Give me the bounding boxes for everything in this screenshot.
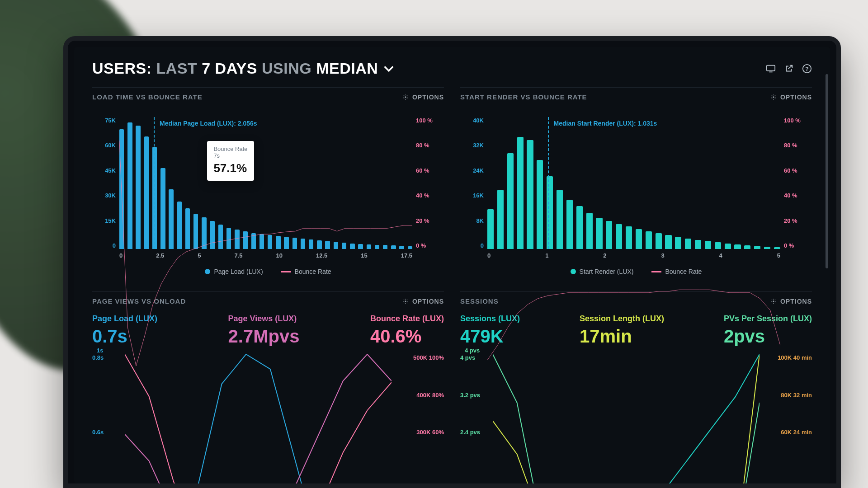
legend-bars[interactable]: Page Load (LUX): [205, 268, 263, 275]
x-tick: 0: [487, 252, 491, 259]
title-using: USING: [262, 60, 311, 77]
y-left-tick: 30K: [92, 192, 116, 199]
y-left-tick: 40K: [460, 117, 484, 124]
panel-load-bounce: LOAD TIME VS BOUNCE RATE OPTIONS 015K30K…: [92, 87, 444, 275]
median-label: Median Start Render (LUX): 1.031s: [554, 120, 657, 127]
svg-point-5: [773, 96, 774, 98]
chart-sessions: 2.4 pvs3.2 pvs4 pvs4 pvs100K 40 min80K 3…: [460, 354, 812, 436]
title-range-lead: LAST: [156, 60, 197, 77]
y-left-tick: 0: [92, 242, 116, 249]
y-right-tick: 80 %: [784, 142, 812, 149]
mini-y-right: 60K 24 min: [762, 429, 812, 436]
mini-y-left: 0.8s: [92, 354, 123, 361]
mini-y-left: 2.4 pvs: [460, 429, 491, 436]
x-tick: 12.5: [316, 252, 327, 259]
svg-rect-1: [769, 71, 772, 72]
x-tick: 10: [276, 252, 283, 259]
gear-icon: [402, 94, 409, 100]
plot-area[interactable]: Median Page Load (LUX): 2.056sBounce Rat…: [119, 117, 412, 249]
panel-render-bounce: START RENDER VS BOUNCE RATE OPTIONS 08K1…: [460, 87, 812, 275]
chart-render-bounce: 08K16K24K32K40K0 %20 %40 %60 %80 %100 %M…: [460, 108, 812, 275]
y-right-tick: 20 %: [416, 217, 444, 224]
y-left-tick: 75K: [92, 117, 116, 124]
x-tick: 0: [119, 252, 123, 259]
y-left-tick: 45K: [92, 167, 116, 174]
y-right-tick: 100 %: [416, 117, 444, 124]
y-left-tick: 32K: [460, 142, 484, 149]
share-icon[interactable]: [784, 64, 794, 74]
mini-y-right: 500K 100%: [394, 354, 444, 361]
mini-y-right: 80K 32 min: [762, 392, 812, 399]
x-tick: 3: [661, 252, 664, 259]
chart-pageviews-onload: 0.6s0.8s1s500K 100%400K 80%300K 60%: [92, 354, 444, 436]
x-tick: 4: [719, 252, 722, 259]
x-tick: 15: [361, 252, 367, 259]
options-button[interactable]: OPTIONS: [770, 94, 812, 101]
y-left-tick: 0: [460, 242, 484, 249]
title-range: 7 DAYS: [202, 60, 257, 77]
x-tick: 5: [777, 252, 780, 259]
plot-area[interactable]: [493, 354, 760, 436]
plot-area[interactable]: [125, 354, 392, 436]
y-right-tick: 60 %: [784, 167, 812, 174]
x-tick: 1: [545, 252, 548, 259]
mini-y-right: 400K 80%: [394, 392, 444, 399]
x-tick: 5: [198, 252, 201, 259]
gear-icon: [770, 94, 777, 100]
y-right-tick: 100 %: [784, 117, 812, 124]
y-right-tick: 20 %: [784, 217, 812, 224]
svg-point-4: [405, 96, 406, 98]
title-prefix: USERS:: [92, 60, 151, 77]
scrollbar[interactable]: [826, 74, 828, 268]
mini-sub-label: 4 pvs: [465, 347, 480, 354]
options-button[interactable]: OPTIONS: [402, 94, 444, 101]
panel-title: LOAD TIME VS BOUNCE RATE: [92, 93, 203, 101]
display-icon[interactable]: [766, 64, 776, 74]
y-left-tick: 15K: [92, 217, 116, 224]
laptop-frame: USERS: LAST 7 DAYS USING MEDIAN ?: [63, 36, 841, 488]
x-tick: 2: [603, 252, 606, 259]
mini-sub-label: 1s: [97, 347, 103, 354]
median-label: Median Page Load (LUX): 2.056s: [160, 120, 257, 127]
x-tick: 7.5: [234, 252, 242, 259]
mini-y-right: 100K 40 min: [762, 354, 812, 361]
legend-line[interactable]: Bounce Rate: [281, 268, 331, 275]
chevron-down-icon: [382, 62, 395, 75]
svg-rect-0: [767, 65, 775, 70]
y-left-tick: 16K: [460, 192, 484, 199]
svg-text:?: ?: [805, 65, 809, 72]
legend-bars[interactable]: Start Render (LUX): [571, 268, 634, 275]
y-right-tick: 40 %: [416, 192, 444, 199]
chart-load-bounce: 015K30K45K60K75K0 %20 %40 %60 %80 %100 %…: [92, 108, 444, 275]
plot-area[interactable]: Median Start Render (LUX): 1.031s: [487, 117, 780, 249]
y-left-tick: 60K: [92, 142, 116, 149]
legend-line[interactable]: Bounce Rate: [651, 268, 702, 275]
x-tick: 2.5: [156, 252, 164, 259]
mini-y-left: 3.2 pvs: [460, 392, 491, 399]
help-icon[interactable]: ?: [802, 64, 812, 74]
panel-title: START RENDER VS BOUNCE RATE: [460, 93, 587, 101]
mini-y-left: 4 pvs: [460, 354, 491, 361]
title-metric: MEDIAN: [316, 60, 378, 77]
mini-y-left: 0.6s: [92, 429, 123, 436]
y-right-tick: 60 %: [416, 167, 444, 174]
y-right-tick: 0 %: [784, 242, 812, 249]
y-left-tick: 24K: [460, 167, 484, 174]
page-title-dropdown[interactable]: USERS: LAST 7 DAYS USING MEDIAN: [92, 60, 395, 77]
y-left-tick: 8K: [460, 217, 484, 224]
mini-y-right: 300K 60%: [394, 429, 444, 436]
y-right-tick: 80 %: [416, 142, 444, 149]
y-right-tick: 40 %: [784, 192, 812, 199]
dashboard-screen: USERS: LAST 7 DAYS USING MEDIAN ?: [74, 47, 830, 483]
y-right-tick: 0 %: [416, 242, 444, 249]
x-tick: 17.5: [401, 252, 412, 259]
